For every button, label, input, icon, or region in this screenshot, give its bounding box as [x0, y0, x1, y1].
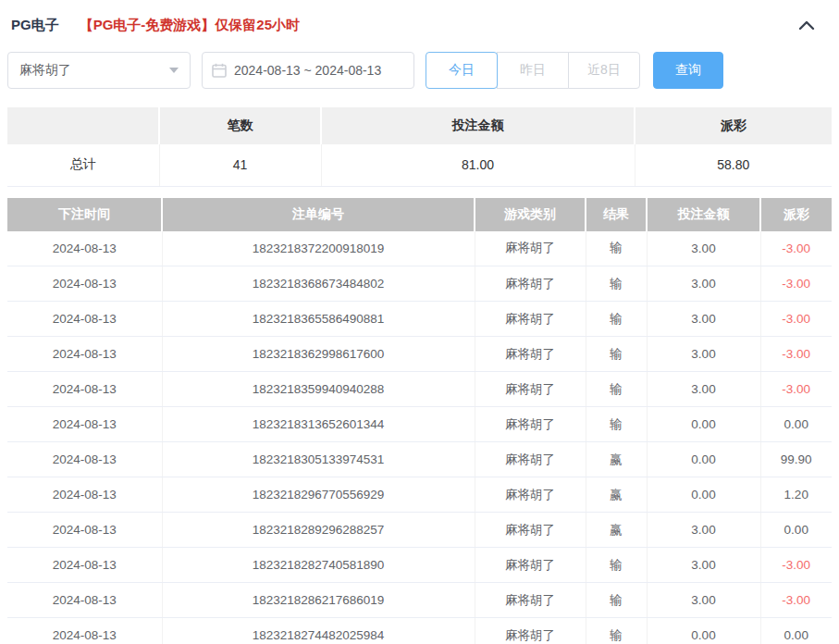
- cell-bet-time: 2024-08-13: [7, 442, 162, 477]
- cell-result: 输: [586, 266, 647, 302]
- cell-bet-amount: 3.00: [647, 583, 760, 618]
- panel-title: PG电子: [11, 17, 59, 34]
- record-row: 2024-08-131823218313652601344麻将胡了输0.000.…: [7, 407, 832, 442]
- cell-bet-time: 2024-08-13: [7, 266, 162, 302]
- search-button[interactable]: 查询: [653, 52, 723, 89]
- cell-result: 输: [586, 548, 647, 583]
- cell-payout: -3.00: [760, 372, 832, 407]
- cell-bet-time: 2024-08-13: [7, 583, 162, 618]
- record-row: 2024-08-131823218372200918019麻将胡了输3.00-3…: [7, 231, 832, 266]
- summary-col-bet-amount: 投注金额: [321, 107, 635, 144]
- filter-bar: 麻将胡了 2024-08-13 ~ 2024-08-13 今日昨日近8日 查询: [7, 52, 832, 89]
- cell-bet-time: 2024-08-13: [7, 618, 162, 644]
- records-col-payout: 派彩: [760, 198, 832, 231]
- cell-result: 赢: [586, 442, 647, 477]
- date-range-input[interactable]: 2024-08-13 ~ 2024-08-13: [202, 52, 414, 89]
- summary-col-count: 笔数: [159, 107, 321, 144]
- cell-bet-id: 1823218313652601344: [162, 407, 475, 442]
- chevron-up-icon: [798, 19, 815, 31]
- records-col-result: 结果: [586, 198, 647, 231]
- summary-total-count: 41: [159, 144, 321, 186]
- cell-payout: -3.00: [760, 266, 832, 302]
- pg-games-panel: PG电子 【PG电子-免费游戏】仅保留25小时 麻将胡了 2024-08-13 …: [0, 0, 839, 644]
- record-row: 2024-08-131823218274482025984麻将胡了输0.000.…: [7, 618, 832, 644]
- records-table: 下注时间注单编号游戏类别结果投注金额派彩 2024-08-13182321837…: [7, 198, 832, 644]
- record-row: 2024-08-131823218289296288257麻将胡了赢3.000.…: [7, 513, 832, 548]
- cell-result: 输: [586, 618, 647, 644]
- quick-button-0[interactable]: 今日: [426, 52, 498, 89]
- summary-col-blank: [7, 107, 159, 144]
- cell-game-type: 麻将胡了: [475, 548, 586, 583]
- cell-game-type: 麻将胡了: [475, 266, 586, 302]
- summary-total-label: 总计: [7, 144, 159, 186]
- cell-bet-time: 2024-08-13: [7, 372, 162, 407]
- quick-button-1[interactable]: 昨日: [497, 52, 569, 89]
- cell-result: 输: [586, 372, 647, 407]
- record-row: 2024-08-131823218286217686019麻将胡了输3.00-3…: [7, 583, 832, 618]
- records-col-game-type: 游戏类别: [475, 198, 586, 231]
- cell-game-type: 麻将胡了: [475, 618, 586, 644]
- quick-button-2[interactable]: 近8日: [568, 52, 640, 89]
- cell-result: 输: [586, 302, 647, 337]
- record-row: 2024-08-131823218362998617600麻将胡了输3.00-3…: [7, 337, 832, 372]
- cell-payout: 99.90: [760, 442, 832, 477]
- cell-payout: 0.00: [760, 407, 832, 442]
- cell-bet-time: 2024-08-13: [7, 337, 162, 372]
- records-col-bet-id: 注单编号: [162, 198, 475, 231]
- record-row: 2024-08-131823218282740581890麻将胡了输3.00-3…: [7, 548, 832, 583]
- records-col-bet-time: 下注时间: [7, 198, 162, 231]
- cell-bet-amount: 0.00: [647, 442, 760, 477]
- cell-game-type: 麻将胡了: [475, 477, 586, 513]
- record-row: 2024-08-131823218368673484802麻将胡了输3.00-3…: [7, 266, 832, 302]
- cell-bet-amount: 0.00: [647, 407, 760, 442]
- record-row: 2024-08-131823218359940940288麻将胡了输3.00-3…: [7, 372, 832, 407]
- summary-table: 笔数 投注金额 派彩 总计 41 81.00 58.80: [7, 107, 832, 187]
- cell-bet-amount: 3.00: [647, 302, 760, 337]
- cell-bet-amount: 3.00: [647, 266, 760, 302]
- cell-bet-id: 1823218296770556929: [162, 477, 475, 513]
- cell-bet-time: 2024-08-13: [7, 548, 162, 583]
- cell-result: 输: [586, 231, 647, 266]
- collapse-button[interactable]: [798, 19, 815, 31]
- cell-result: 赢: [586, 513, 647, 548]
- cell-game-type: 麻将胡了: [475, 302, 586, 337]
- cell-payout: -3.00: [760, 337, 832, 372]
- caret-down-icon: [169, 68, 179, 73]
- record-row: 2024-08-131823218365586490881麻将胡了输3.00-3…: [7, 302, 832, 337]
- cell-payout: -3.00: [760, 302, 832, 337]
- cell-game-type: 麻将胡了: [475, 337, 586, 372]
- cell-result: 赢: [586, 477, 647, 513]
- quick-range-group: 今日昨日近8日: [426, 52, 640, 89]
- cell-bet-id: 1823218274482025984: [162, 618, 475, 644]
- cell-result: 输: [586, 337, 647, 372]
- cell-bet-amount: 3.00: [647, 337, 760, 372]
- panel-notice: 【PG电子-免费游戏】仅保留25小时: [80, 17, 300, 34]
- cell-bet-amount: 3.00: [647, 513, 760, 548]
- cell-bet-amount: 0.00: [647, 477, 760, 513]
- cell-bet-amount: 3.00: [647, 372, 760, 407]
- cell-game-type: 麻将胡了: [475, 407, 586, 442]
- cell-bet-id: 1823218368673484802: [162, 266, 475, 302]
- cell-bet-time: 2024-08-13: [7, 477, 162, 513]
- game-select[interactable]: 麻将胡了: [7, 52, 191, 89]
- cell-game-type: 麻将胡了: [475, 442, 586, 477]
- records-body: 2024-08-131823218372200918019麻将胡了输3.00-3…: [7, 231, 832, 644]
- cell-bet-time: 2024-08-13: [7, 302, 162, 337]
- cell-bet-id: 1823218365586490881: [162, 302, 475, 337]
- summary-total-payout: 58.80: [635, 144, 832, 186]
- cell-payout: -3.00: [760, 548, 832, 583]
- cell-bet-time: 2024-08-13: [7, 231, 162, 266]
- calendar-icon: [212, 63, 227, 78]
- summary-total-row: 总计 41 81.00 58.80: [7, 144, 832, 186]
- cell-game-type: 麻将胡了: [475, 231, 586, 266]
- cell-bet-amount: 3.00: [647, 548, 760, 583]
- date-range-value: 2024-08-13 ~ 2024-08-13: [234, 63, 381, 78]
- game-select-value: 麻将胡了: [19, 62, 71, 79]
- panel-header: PG电子 【PG电子-免费游戏】仅保留25小时: [7, 11, 832, 39]
- cell-bet-time: 2024-08-13: [7, 407, 162, 442]
- records-col-bet-amount: 投注金额: [647, 198, 760, 231]
- cell-game-type: 麻将胡了: [475, 372, 586, 407]
- cell-bet-id: 1823218286217686019: [162, 583, 475, 618]
- summary-total-bet-amount: 81.00: [321, 144, 635, 186]
- cell-payout: -3.00: [760, 231, 832, 266]
